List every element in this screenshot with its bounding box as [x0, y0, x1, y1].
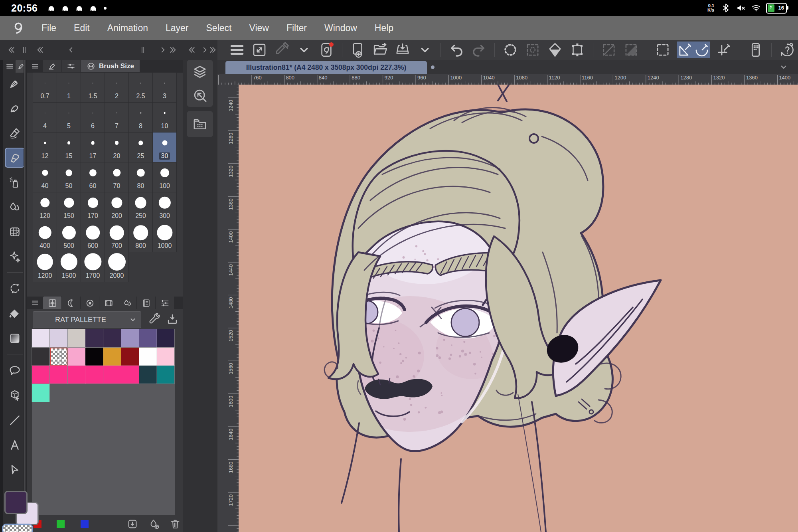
palette-tab-color-blend[interactable] [118, 297, 137, 309]
tool-figure-button[interactable] [6, 411, 24, 429]
toolbar-new-canvas-button[interactable] [350, 42, 366, 58]
tool-text-button[interactable] [6, 436, 24, 454]
panel-nav-chevron-left-icon[interactable] [66, 45, 76, 55]
brush-size-cell[interactable]: 1 [57, 73, 81, 102]
toolbar-main-menu-button[interactable] [229, 42, 245, 58]
color-swatch[interactable] [139, 348, 157, 366]
brush-size-cell[interactable]: 300 [153, 192, 176, 222]
toolbar-fullscreen-button[interactable] [251, 42, 268, 58]
color-swatch[interactable] [139, 329, 157, 347]
menu-item-layer[interactable]: Layer [166, 23, 189, 34]
tool-selection-pen-button[interactable] [6, 280, 24, 298]
brush-size-cell[interactable]: 20 [105, 133, 128, 162]
toolbar-save-file-button[interactable] [394, 42, 411, 58]
brush-size-cell[interactable]: 17 [81, 133, 105, 162]
panel-nav-chevron-double-right-icon[interactable] [168, 45, 179, 55]
toolbar-chevron-down-button[interactable] [296, 42, 312, 58]
color-swatch[interactable] [103, 366, 121, 384]
color-swatch[interactable] [32, 366, 49, 384]
brush-size-cell[interactable]: 30 [153, 133, 176, 162]
toolbar-chevron-down-button[interactable] [417, 42, 433, 58]
brush-size-cell[interactable]: 1700 [81, 252, 105, 282]
brush-size-cell[interactable]: 4 [33, 103, 57, 132]
brush-size-cell[interactable]: 600 [81, 222, 105, 252]
palette-set-dropdown[interactable]: RAT PALLETTE [33, 311, 141, 328]
brush-size-cell[interactable]: 100 [153, 162, 176, 192]
panel-nav-collapse-left-icon[interactable] [186, 45, 196, 55]
palette-load-button[interactable] [126, 518, 139, 530]
toolbar-snap-to-special-ruler-button[interactable] [693, 42, 710, 58]
toolbar-undo-button[interactable] [448, 42, 465, 58]
brush-size-cell[interactable]: 50 [57, 162, 81, 192]
tab-brush-settings[interactable] [62, 60, 81, 73]
color-swatch[interactable] [85, 329, 103, 347]
color-swatch[interactable] [50, 348, 67, 366]
brush-size-cell[interactable]: 5 [57, 103, 81, 132]
toolbar-transform-frame-button[interactable] [569, 42, 586, 58]
color-swatch[interactable] [68, 348, 85, 366]
color-swatch[interactable] [85, 348, 103, 366]
color-swatch[interactable] [157, 366, 174, 384]
panel-materials-button[interactable] [192, 116, 208, 132]
toolbar-redo-button[interactable] [470, 42, 487, 58]
panel-nav-collapse-left-icon[interactable] [34, 45, 45, 55]
panel-nav-drag-handle-icon[interactable] [138, 45, 148, 55]
color-swatch[interactable] [68, 329, 85, 347]
brush-size-cell[interactable]: 2000 [105, 252, 128, 282]
palette-tab-color-history[interactable] [99, 297, 118, 309]
tool-balloon-button[interactable] [6, 362, 24, 380]
tab-brush-size[interactable]: Brush Size [81, 60, 140, 73]
palette-menu-icon[interactable] [30, 298, 40, 308]
color-swatch[interactable] [121, 329, 139, 347]
tool-blend-button[interactable] [6, 198, 24, 216]
palette-tab-color-circle[interactable] [81, 297, 99, 309]
toolbar-snap-to-ruler-button[interactable] [677, 42, 693, 58]
tool-brush-button[interactable] [6, 148, 24, 167]
brush-size-cell[interactable]: 400 [33, 222, 57, 252]
tool-operation-button[interactable] [6, 461, 24, 479]
color-swatch[interactable] [32, 384, 49, 402]
color-swatch[interactable] [139, 366, 157, 384]
color-swatch[interactable] [85, 366, 103, 384]
brush-panel-menu-icon[interactable] [30, 61, 40, 71]
menu-item-animation[interactable]: Animation [107, 23, 148, 34]
menu-item-filter[interactable]: Filter [286, 23, 307, 34]
brush-size-cell[interactable]: 70 [105, 162, 128, 192]
brush-size-cell[interactable]: 0.7 [33, 73, 57, 102]
clip-studio-logo-icon[interactable] [11, 21, 26, 35]
palette-tab-color-set[interactable] [43, 297, 62, 309]
color-swatch[interactable] [103, 348, 121, 366]
palette-tab-color-wheel[interactable] [62, 297, 81, 309]
toolbar-open-file-button[interactable] [372, 42, 389, 58]
menu-item-edit[interactable]: Edit [74, 23, 90, 34]
toolbar-filter-burst-button[interactable] [502, 42, 519, 58]
brush-size-cell[interactable]: 500 [57, 222, 81, 252]
toolbar-modifier-key-pad-button[interactable] [747, 42, 764, 58]
brush-size-cell[interactable]: 800 [129, 222, 152, 252]
panel-nav-chevron-right-icon[interactable] [158, 45, 168, 55]
color-swatch[interactable] [121, 366, 139, 384]
brush-size-cell[interactable]: 700 [105, 222, 128, 252]
tool-object-button[interactable] [6, 386, 24, 405]
toolbar-clip-studio-app-button[interactable] [318, 42, 335, 58]
delete-color-button[interactable] [169, 518, 182, 530]
brush-size-cell[interactable]: 120 [33, 192, 57, 222]
tool-eraser-button[interactable] [6, 124, 24, 142]
brush-size-cell[interactable]: 170 [81, 192, 105, 222]
brush-size-cell[interactable]: 40 [33, 162, 57, 192]
palette-settings-wrench-icon[interactable] [147, 312, 160, 326]
tool-gradient-button[interactable] [6, 329, 24, 348]
add-color-button[interactable] [148, 518, 160, 530]
panel-navigator-button[interactable] [192, 87, 208, 103]
tool-airbrush-button[interactable] [6, 173, 24, 192]
toolbar-eyedropper-button[interactable] [273, 42, 290, 58]
palette-import-icon[interactable] [166, 312, 179, 326]
document-tab[interactable]: Illustration81* (A4 2480 x 3508px 300dpi… [225, 61, 427, 74]
brush-size-cell[interactable]: 250 [129, 192, 152, 222]
palette-tab-color-notebook[interactable] [137, 297, 156, 309]
color-swatch[interactable] [32, 348, 49, 366]
menu-item-window[interactable]: Window [324, 23, 357, 34]
toolbar-marquee-button[interactable] [654, 42, 671, 58]
menu-item-file[interactable]: File [41, 23, 56, 34]
color-swatch[interactable] [121, 348, 139, 366]
